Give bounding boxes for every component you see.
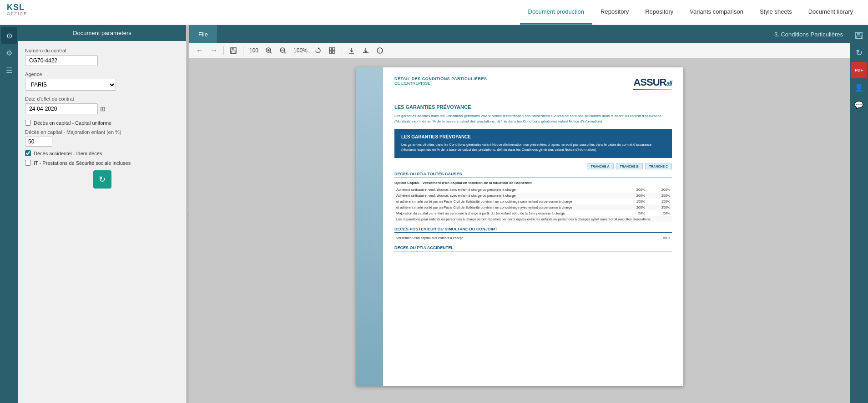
save-right-button[interactable] — [851, 27, 867, 44]
table-row: Majoration du capital par enfant ou pers… — [394, 210, 672, 216]
toolbar-sep-3 — [342, 46, 342, 55]
nav-document-library[interactable]: Document library — [800, 0, 861, 25]
section3-table: Versement d'un capital aux enfants à cha… — [394, 235, 672, 241]
section4-title: DECES OU PTIA ACCIDENTEL — [394, 245, 672, 251]
tranche-c-badge: TRANCHE C — [645, 163, 672, 169]
section1-text1: Les garanties décrites dans les Conditio… — [394, 113, 672, 124]
grid-button[interactable] — [326, 46, 338, 55]
table-row: et adhérent marié ou lié par un Pacte Ci… — [394, 199, 672, 204]
zoom-100-display: 100 — [247, 46, 261, 55]
doc-params-body: Numéro du contrat Agence PARIS Date d'ef… — [18, 41, 186, 403]
comment-right-button[interactable]: 💬 — [851, 97, 867, 113]
document-main-content: DÉTAIL DES CONDITIONS PARTICULIÈRES DE L… — [383, 67, 683, 386]
blue-box-title: LES GARANTIES PRÉVOYANCE — [401, 134, 665, 139]
logo-assur: ASSUR — [633, 77, 666, 88]
zoom-out-button[interactable] — [277, 46, 289, 55]
table-cell-label: Adhérent célibataire, veuf, divorcé, ave… — [394, 193, 622, 199]
table-row: et adhérent marié ou lié par un Pacte Ci… — [394, 204, 672, 210]
file-tab[interactable]: File — [189, 25, 217, 43]
document-title-main: DÉTAIL DES CONDITIONS PARTICULIÈRES — [394, 77, 633, 81]
date-group: Date d'effet du contrat ⊞ — [25, 96, 179, 114]
section3-title: DECES POSTERIEUR OU SIMULTANE DU CONJOIN… — [394, 227, 672, 233]
nav-style-sheets[interactable]: Style sheets — [752, 0, 800, 25]
pdf-right-button[interactable]: PDF — [851, 62, 867, 78]
nav-repository-1[interactable]: Repository — [592, 0, 637, 25]
header: KSL OFFICE Document production Repositor… — [0, 0, 868, 25]
main-layout: ⊙ ⚙ ☰ Document parameters Numéro du cont… — [0, 25, 868, 403]
table-cell-b: 200% — [647, 187, 672, 193]
check1-checkbox[interactable] — [25, 120, 31, 126]
svg-rect-14 — [333, 51, 335, 53]
svg-line-6 — [270, 52, 272, 53]
toolbar-sep-1 — [223, 46, 224, 55]
check4-checkbox[interactable] — [25, 160, 31, 166]
svg-rect-12 — [333, 48, 335, 50]
calendar-icon-btn[interactable]: ⊞ — [100, 105, 106, 112]
date-field-wrapper: ⊞ — [25, 103, 179, 114]
agency-label: Agence — [25, 71, 179, 77]
section2-table: Adhérent célibataire, veuf, divorcé, san… — [394, 187, 672, 222]
table-cell-b: 250% — [647, 204, 672, 210]
content-area: File 3. Conditions Particulières ← → 100… — [189, 25, 850, 403]
tranche-b-badge: TRANCHE B — [616, 163, 643, 169]
check3-row: Décès accidentel - Idem décès — [25, 150, 179, 156]
check2-group: Décès en capital - Majoration enfant (en… — [25, 129, 179, 147]
rotate-button[interactable] — [312, 46, 324, 55]
check3-checkbox[interactable] — [25, 150, 31, 156]
section1-text1-span: Les garanties décrites dans les Conditio… — [394, 114, 662, 118]
zoom-in-button[interactable] — [263, 46, 275, 55]
drag-indicator: | — [187, 212, 188, 216]
logo-office: OFFICE — [7, 11, 27, 16]
blue-box: LES GARANTIES PRÉVOYANCE Les garanties d… — [394, 129, 672, 158]
table-row: Adhérent célibataire, veuf, divorcé, san… — [394, 187, 672, 193]
user-right-button[interactable]: 👤 — [851, 79, 867, 96]
save-toolbar-button[interactable] — [227, 46, 239, 55]
download2-button[interactable] — [360, 46, 372, 55]
table-cell-b: 150% — [647, 199, 672, 204]
table-cell-label: et adhérent marié ou lié par un Pacte Ci… — [394, 204, 622, 210]
nav-variants-comparison[interactable]: Variants comparison — [681, 0, 752, 25]
contract-number-input[interactable] — [25, 55, 98, 66]
settings-icon-btn[interactable]: ⚙ — [1, 45, 17, 61]
doc-params-panel: Document parameters Numéro du contrat Ag… — [18, 25, 187, 403]
download1-button[interactable] — [346, 46, 358, 55]
document-title-sub: DE L'ENTREPRISE — [394, 81, 633, 86]
table-cell-a: 50% — [647, 235, 672, 241]
table-cell-label: Adhérent célibataire, veuf, divorcé, san… — [394, 187, 622, 193]
home-icon-btn[interactable]: ⊙ — [1, 27, 17, 44]
info-button[interactable]: i — [374, 46, 386, 55]
check4-label: IT - Prestations de Sécurité sociale inc… — [34, 160, 131, 166]
table-cell-b: 50% — [647, 210, 672, 216]
nav-repository-2[interactable]: Repository — [637, 0, 681, 25]
table-cell-a: 200% — [622, 204, 647, 210]
table-cell-label: Versement d'un capital aux enfants à cha… — [394, 235, 647, 241]
section2-title: DECES OU PTIA TOUTES CAUSES — [394, 172, 672, 178]
forward-button[interactable]: → — [208, 46, 220, 56]
tranche-a-badge: TRANCHE A — [587, 163, 614, 169]
doc-params-header: Document parameters — [18, 25, 186, 41]
agency-select[interactable]: PARIS — [25, 79, 116, 91]
list-icon-btn[interactable]: ☰ — [1, 62, 17, 78]
back-button[interactable]: ← — [194, 46, 206, 56]
document-left-bar — [356, 67, 383, 386]
logo: KSL OFFICE — [7, 3, 34, 21]
main-nav: Document production Repository Repositor… — [520, 0, 862, 25]
refresh-right-button[interactable]: ↻ — [851, 45, 867, 61]
logo-ksl: KSL — [7, 3, 25, 11]
contract-number-label: Numéro du contrat — [25, 48, 179, 53]
check4-row: IT - Prestations de Sécurité sociale inc… — [25, 160, 179, 166]
table-cell-label: et adhérent marié ou lié par un Pacte Ci… — [394, 199, 622, 204]
section1-title: LES GARANTIES PRÉVOYANCE — [394, 104, 672, 110]
nav-document-production[interactable]: Document production — [520, 0, 593, 25]
table-cell-a: 50% — [622, 210, 647, 216]
svg-rect-13 — [329, 51, 332, 53]
tranche-header: TRANCHE A TRANCHE B TRANCHE C — [394, 163, 672, 169]
section2-option-title: Option Capital : Versement d'un capital … — [394, 181, 672, 185]
check2-input[interactable] — [25, 137, 52, 147]
refresh-button[interactable]: ↻ — [93, 170, 111, 189]
date-input[interactable] — [25, 103, 98, 114]
table-cell-label: Majoration du capital par enfant ou pers… — [394, 210, 622, 216]
document-viewer[interactable]: DÉTAIL DES CONDITIONS PARTICULIÈRES DE L… — [189, 58, 850, 403]
toolbar: ← → 100 100% — [189, 43, 850, 58]
check1-label: Décès en capital - Capital uniforme — [34, 120, 111, 126]
